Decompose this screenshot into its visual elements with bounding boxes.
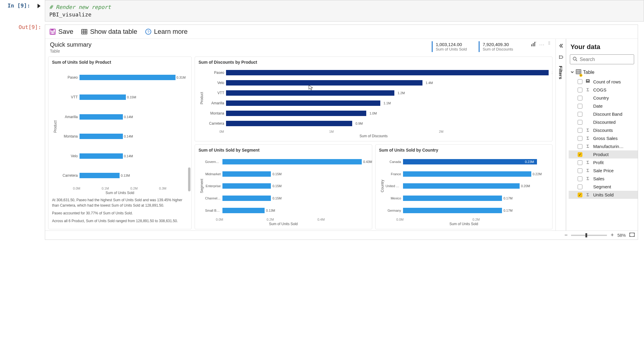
field-label: Discounted: [593, 120, 616, 125]
checkbox[interactable]: [578, 96, 582, 100]
bar-row[interactable]: VTT0.15M: [59, 94, 188, 100]
run-cell-icon[interactable]: [35, 3, 41, 9]
bar-row[interactable]: Germany0.17M: [386, 207, 549, 214]
bar-row[interactable]: Amarilla0.14M: [59, 114, 188, 120]
bar-row[interactable]: Carretera0.9M: [205, 120, 549, 127]
field-gross-sales[interactable]: ΣGross Sales: [569, 134, 638, 142]
sigma-icon: Σ: [585, 144, 590, 149]
svg-point-28: [587, 82, 587, 83]
kpi-units-sold[interactable]: 1,003,124.00 Sum of Units Sold: [432, 41, 470, 52]
field-count-of-rows[interactable]: Count of rows: [569, 77, 638, 86]
bar-row[interactable]: Velo1.4M: [205, 80, 549, 86]
checkbox[interactable]: [578, 79, 582, 84]
zoom-out-button[interactable]: −: [564, 232, 568, 238]
bar-row[interactable]: Midmarket0.15M: [205, 171, 368, 177]
bar-row[interactable]: Amarilla1.1M: [205, 100, 549, 106]
checkbox[interactable]: [578, 120, 582, 125]
bar-row[interactable]: Montana0.14M: [59, 133, 188, 140]
chart-type-icon[interactable]: [531, 41, 536, 48]
code-input[interactable]: # Render new report PBI_visualize: [45, 0, 644, 22]
field-discounted[interactable]: Discounted: [569, 118, 638, 126]
bar-row[interactable]: Carretera0.13M: [59, 172, 188, 179]
data-search-input[interactable]: [580, 57, 638, 62]
bar-row[interactable]: Governm…0.43M: [205, 158, 368, 165]
checkbox[interactable]: [578, 104, 582, 109]
bar-row[interactable]: Enterprise0.15M: [205, 183, 368, 189]
field-sale-price[interactable]: ΣSale Price: [569, 167, 638, 175]
field-profit[interactable]: ΣProfit: [569, 158, 638, 167]
kpi-discounts[interactable]: 7,920,409.30 Sum of Discounts: [479, 41, 516, 52]
bar-fill: [80, 75, 176, 80]
checkbox[interactable]: [578, 160, 582, 165]
bar-category: Governm…: [205, 160, 222, 164]
zoom-in-button[interactable]: +: [611, 232, 614, 238]
save-button[interactable]: Save: [49, 28, 73, 36]
sigma-icon: Σ: [585, 168, 590, 173]
chart-discounts-by-product[interactable]: Sum of Discounts by Product Product Pase…: [195, 57, 553, 141]
bar-row[interactable]: France0.22M: [386, 171, 549, 177]
checkbox[interactable]: [578, 184, 582, 189]
field-discounts[interactable]: ΣDiscounts: [569, 126, 638, 134]
bar-row[interactable]: Mexico0.17M: [386, 195, 549, 202]
out-prompt: Out[9]:: [19, 22, 41, 30]
chart-units-by-segment[interactable]: Sum of Units Sold by Segment Segment Gov…: [195, 144, 372, 229]
chart-units-by-product[interactable]: Sum of Units Sold by Product Product Pas…: [48, 57, 192, 229]
bar-row[interactable]: United St…0.20M: [386, 183, 549, 189]
field-label: Sale Price: [593, 168, 614, 173]
field-units-sold[interactable]: ΣUnits Sold: [569, 191, 638, 199]
field-sales[interactable]: ΣSales: [569, 175, 638, 183]
chart-insights: At 308,631.50, Paseo had the highest Sum…: [52, 197, 188, 226]
filter-reset-icon[interactable]: [558, 55, 563, 60]
scroll-handle[interactable]: [188, 167, 190, 191]
svg-rect-3: [82, 30, 87, 34]
learn-more-button[interactable]: ? Learn more: [145, 28, 188, 36]
data-search[interactable]: [570, 54, 634, 64]
your-data-panel: Your data ✓: [566, 39, 638, 231]
code-expression: PBI_visualize: [49, 11, 640, 18]
bar-row[interactable]: Canada0.23M: [386, 158, 549, 165]
zoom-slider[interactable]: [571, 235, 607, 236]
field-discount-band[interactable]: Discount Band: [569, 110, 638, 118]
show-data-table-button[interactable]: Show data table: [81, 28, 137, 36]
bar-row[interactable]: VTT1.2M: [205, 90, 549, 96]
table-node[interactable]: ✓ Table: [569, 67, 638, 77]
x-tick: 0.1M: [102, 187, 130, 190]
checkbox[interactable]: [578, 136, 582, 141]
checkbox[interactable]: [578, 168, 582, 173]
field-label: Discount Band: [593, 112, 622, 117]
fit-to-page-icon[interactable]: [629, 233, 635, 238]
bar-row[interactable]: Small Bus…0.13M: [205, 207, 368, 214]
checkbox[interactable]: [578, 88, 582, 92]
bar-category: Midmarket: [205, 172, 222, 176]
bar-row[interactable]: Velo0.14M: [59, 153, 188, 159]
x-tick: 0.2M: [267, 218, 318, 221]
checkbox[interactable]: [578, 176, 582, 181]
svg-rect-2: [51, 32, 54, 34]
bar-row[interactable]: Paseo0.31M: [59, 74, 188, 81]
checkbox[interactable]: [578, 144, 582, 149]
field-tree: ✓ Table Count of rowsΣCOGSCountryDateDis…: [566, 66, 638, 231]
field-country[interactable]: Country: [569, 94, 638, 102]
checkbox[interactable]: [578, 128, 582, 133]
field-segment[interactable]: Segment: [569, 183, 638, 191]
search-icon: [573, 57, 577, 62]
filters-rail[interactable]: Filters: [556, 39, 566, 231]
bar-value-label: 0.14M: [124, 135, 133, 138]
bar-row[interactable]: Channel …0.15M: [205, 195, 368, 202]
field-manufacturin-[interactable]: ΣManufacturin…: [569, 142, 638, 150]
checkbox[interactable]: [578, 112, 582, 117]
checkbox[interactable]: [578, 193, 582, 197]
collapse-grip-icon[interactable]: [548, 42, 551, 47]
bar-row[interactable]: Montana1.0M: [205, 110, 549, 117]
checkbox[interactable]: [578, 152, 582, 157]
sigma-icon: Σ: [585, 160, 590, 165]
collapse-filters-icon[interactable]: [558, 43, 564, 49]
bar-fill: [222, 208, 265, 213]
bar-row[interactable]: Paseo2.3M: [205, 69, 549, 76]
more-options-icon[interactable]: ···: [539, 42, 545, 47]
table-icon: ✓: [576, 69, 581, 76]
field-product[interactable]: Product: [569, 150, 638, 158]
field-date[interactable]: Date: [569, 102, 638, 110]
field-cogs[interactable]: ΣCOGS: [569, 86, 638, 94]
chart-units-by-country[interactable]: Sum of Units Sold by Country Country Can…: [375, 144, 553, 229]
